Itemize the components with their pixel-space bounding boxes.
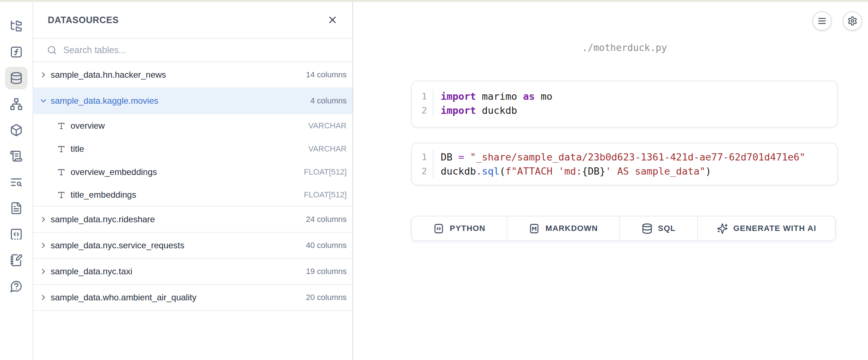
table-name: sample_data.nyc.taxi [51,266,306,277]
line-number: 2 [412,164,433,178]
table-name: sample_data.who.ambient_air_quality [51,292,306,303]
sidebar-item-tracebacks[interactable] [5,171,27,193]
add-python-label: PYTHON [450,224,486,233]
code-line: 2import duckdb [412,103,837,117]
packages-icon [10,124,23,137]
table-column-count: 4 columns [310,96,347,106]
table-row[interactable]: sample_data.nyc.rideshare 24 columns [33,207,352,233]
add-sql-cell-button[interactable]: SQL [620,217,698,240]
table-search-bar [33,39,352,62]
code-text: duckdb.sql(f"ATTACH 'md:{DB}' AS sample_… [433,164,711,178]
helper-panel-icon-rail [0,2,33,360]
column-name: title [71,144,308,154]
table-column-count: 19 columns [306,267,347,276]
column-row[interactable]: title_embeddings FLOAT[512] [33,184,352,207]
sparkles-icon [717,223,728,234]
sidebar-item-files[interactable] [5,15,27,37]
table-row[interactable]: sample_data.nyc.taxi 19 columns [33,259,352,285]
snippets-icon [10,228,23,241]
table-name: sample_data.nyc.rideshare [51,214,306,224]
line-number: 1 [412,150,433,164]
column-type: FLOAT[512] [304,167,347,177]
datasources-icon [10,72,23,85]
chevron-right-icon [39,241,48,250]
add-python-cell-button[interactable]: PYTHON [412,217,508,240]
column-name: title_embeddings [71,190,304,200]
search-icon [47,45,57,55]
square-m-icon [529,223,540,234]
sidebar-item-dependencies[interactable] [5,93,27,115]
table-row[interactable]: sample_data.who.ambient_air_quality 20 c… [33,285,352,311]
column-row[interactable]: overview VARCHAR [33,114,352,137]
notebook-area: ./motherduck.py 1import marimo as mo2imp… [353,2,868,360]
code-line: 2duckdb.sql(f"ATTACH 'md:{DB}' AS sample… [412,164,837,178]
sidebar-item-help[interactable] [5,275,27,297]
sidebar-item-datasources[interactable] [5,67,27,89]
table-column-count: 24 columns [306,215,347,224]
code-cell[interactable]: 1DB = "_share/sample_data/23b0d623-1361-… [411,143,838,185]
code-text: import marimo as mo [433,89,552,103]
text-search-icon [10,176,23,189]
type-icon [57,191,65,199]
type-icon [57,168,65,176]
sidebar-item-scratchpad[interactable] [5,249,27,271]
code-cell[interactable]: 1import marimo as mo2import duckdb [411,81,838,128]
sidebar-item-documentation[interactable] [5,197,27,219]
generate-with-ai-button[interactable]: GENERATE WITH AI [698,217,835,240]
generate-with-ai-label: GENERATE WITH AI [733,224,816,233]
chevron-right-icon [39,215,48,224]
close-icon [327,14,338,25]
code-line: 1DB = "_share/sample_data/23b0d623-1361-… [412,150,837,164]
add-markdown-cell-button[interactable]: MARKDOWN [508,217,620,240]
datasources-panel: DATASOURCES sample_data.hn.hacker_news 1… [33,2,353,360]
panel-title: DATASOURCES [48,15,119,25]
table-row[interactable]: sample_data.nyc.service_requests 40 colu… [33,233,352,259]
chevron-down-icon [39,97,48,105]
table-name: sample_data.hn.hacker_news [51,70,306,80]
notebook-menu-button[interactable] [812,11,832,31]
tables-list: sample_data.hn.hacker_news 14 columns sa… [33,62,352,311]
database-icon [642,223,653,234]
notebook-header-actions [812,11,862,31]
table-name: sample_data.kaggle.movies [51,96,310,106]
notebook-filename[interactable]: ./motherduck.py [411,42,838,53]
column-name: overview_embeddings [71,167,304,177]
type-icon [57,122,65,130]
table-column-count: 20 columns [306,293,347,302]
chevron-right-icon [39,293,48,302]
line-number: 2 [412,103,433,117]
gear-icon [847,16,858,26]
documentation-icon [10,202,23,215]
add-markdown-label: MARKDOWN [545,224,598,233]
table-row-selected[interactable]: sample_data.kaggle.movies 4 columns [33,88,352,114]
column-row[interactable]: overview_embeddings FLOAT[512] [33,160,352,184]
column-type: VARCHAR [308,121,347,130]
app-window: DATASOURCES sample_data.hn.hacker_news 1… [0,2,868,360]
table-row[interactable]: sample_data.hn.hacker_news 14 columns [33,62,352,88]
column-row[interactable]: title VARCHAR [33,137,352,160]
code-text: import duckdb [433,103,517,117]
square-code-icon [433,223,444,234]
code-line: 1import marimo as mo [412,89,837,103]
variables-icon [10,46,23,59]
type-icon [57,145,65,153]
add-cell-button-bar: PYTHON MARKDOWN SQL GENERATE WITH AI [411,216,836,241]
scratchpad-icon [10,254,23,267]
code-text: DB = "_share/sample_data/23b0d623-1361-4… [433,150,805,164]
sidebar-item-variables[interactable] [5,41,27,63]
close-panel-button[interactable] [326,13,339,27]
line-number: 1 [412,89,433,103]
chevron-right-icon [39,267,48,276]
table-name: sample_data.nyc.service_requests [51,240,306,250]
search-input[interactable] [63,45,347,55]
sidebar-item-packages[interactable] [5,119,27,141]
sidebar-item-snippets[interactable] [5,223,27,245]
column-type: VARCHAR [308,144,347,154]
dependencies-icon [10,98,23,111]
sidebar-item-logs[interactable] [5,145,27,167]
file-tree-icon [10,20,23,33]
column-type: FLOAT[512] [304,190,347,200]
logs-icon [10,150,23,163]
table-column-count: 14 columns [306,70,347,80]
settings-button[interactable] [843,11,862,31]
